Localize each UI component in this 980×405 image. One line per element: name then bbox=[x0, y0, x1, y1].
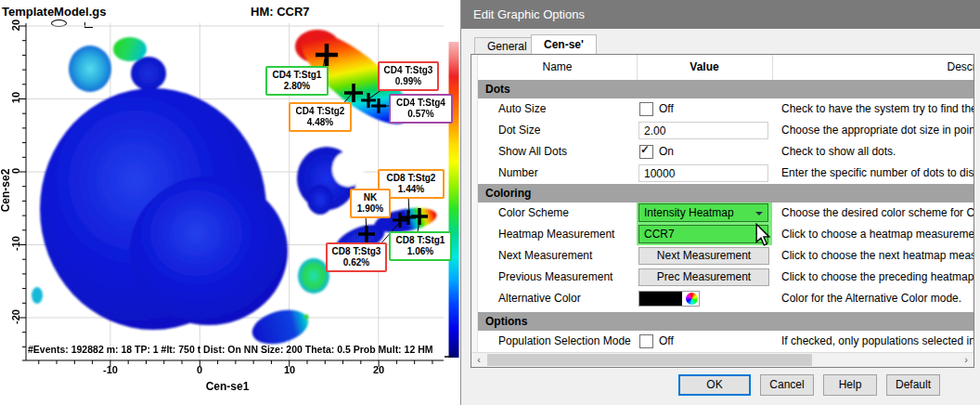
population-label-cd8-stg1[interactable]: CD8 T:Stg11.06% bbox=[389, 231, 452, 261]
section-header-dots: Dots bbox=[478, 80, 974, 98]
population-label-cd4-stg1[interactable]: CD4 T:Stg12.80% bbox=[265, 66, 329, 96]
ok-button[interactable]: OK bbox=[678, 374, 751, 396]
heatmap-colorbar bbox=[449, 42, 459, 358]
color-scheme-dropdown[interactable]: Intensity Heatmap bbox=[638, 203, 768, 222]
section-header-coloring: Coloring bbox=[478, 184, 974, 202]
tab-cense[interactable]: Cen-se' bbox=[531, 34, 597, 54]
population-label-cd4-stg4[interactable]: CD4 T:Stg40.57% bbox=[389, 94, 453, 124]
heatmap-measurement-dropdown[interactable]: CCR7 bbox=[638, 225, 768, 243]
table-row-next-measurement: Next Measurement Next Measurement Click … bbox=[478, 245, 974, 267]
table-gutter bbox=[471, 55, 478, 367]
default-button[interactable]: Default bbox=[886, 374, 940, 396]
column-header-name: Name bbox=[478, 55, 638, 80]
show-all-dots-checkbox[interactable]: ✓ bbox=[639, 145, 653, 159]
table-row-alternative-color: Alternative Color Color for the Alternat… bbox=[478, 288, 974, 312]
population-label-cd8-stg3[interactable]: CD8 T:Stg30.62% bbox=[326, 242, 387, 272]
next-measurement-button[interactable]: Next Measurement bbox=[638, 247, 769, 265]
population-label-nk[interactable]: NK1.90% bbox=[350, 189, 391, 218]
population-selection-mode-checkbox[interactable] bbox=[639, 334, 653, 348]
color-wheel-icon bbox=[686, 293, 698, 305]
prec-measurement-button[interactable]: Prec Measurement bbox=[638, 268, 769, 286]
color-swatch-black bbox=[639, 292, 682, 306]
dot-size-input[interactable] bbox=[638, 122, 768, 139]
y-axis-label: Cen-se2 bbox=[0, 161, 12, 220]
table-row-population-selection-mode: Population Selection Mode Off If checked… bbox=[478, 331, 974, 352]
cense-plot-panel[interactable]: TemplateModel.gs HM: CCR7 bbox=[0, 0, 460, 405]
y-tick-label: -10 bbox=[10, 231, 21, 255]
scroll-left-arrow-icon[interactable]: ‹ bbox=[471, 353, 486, 367]
column-header-description: Description bbox=[772, 55, 974, 80]
table-row-color-scheme: Color Scheme Intensity Heatmap Choose th… bbox=[478, 202, 974, 224]
x-tick-label: 10 bbox=[276, 364, 303, 375]
y-tick-label: 10 bbox=[10, 85, 21, 110]
section-header-options: Options bbox=[478, 312, 974, 331]
app-window: TemplateModel.gs HM: CCR7 bbox=[0, 0, 980, 405]
options-table: Name Value Description Dots Auto Size Of… bbox=[471, 54, 974, 368]
auto-size-checkbox[interactable] bbox=[639, 102, 653, 116]
alternative-color-swatch[interactable] bbox=[638, 291, 700, 307]
table-row-heatmap-measurement: Heatmap Measurement CCR7 Click to choose… bbox=[478, 224, 974, 245]
scroll-right-arrow-icon[interactable]: › bbox=[959, 353, 974, 367]
table-row-number: Number Enter the specific number of dots… bbox=[478, 163, 974, 184]
number-of-dots-input[interactable] bbox=[638, 164, 768, 182]
mouse-cursor-icon bbox=[754, 223, 771, 247]
x-tick-label: 0 bbox=[186, 364, 213, 375]
analysis-parameters-footer: #Events: 192882 m: 18 TP: 1 #It: 750 t D… bbox=[28, 344, 444, 355]
horizontal-scrollbar[interactable]: ‹ › bbox=[471, 352, 974, 367]
y-tick-label: -20 bbox=[10, 305, 21, 329]
help-button[interactable]: Help bbox=[823, 374, 877, 396]
dialog-titlebar[interactable]: Edit Graphic Options bbox=[461, 0, 980, 29]
scrollbar-thumb[interactable] bbox=[487, 354, 812, 366]
table-row-dot-size: Dot Size Choose the appropriate dot size… bbox=[478, 120, 974, 141]
population-label-cd4-stg2[interactable]: CD4 T:Stg24.48% bbox=[289, 102, 352, 132]
table-row-show-all-dots: Show All Dots ✓On Check to show all dots… bbox=[478, 141, 974, 163]
edit-graphic-options-dialog: Edit Graphic Options General Cen-se' Nam… bbox=[460, 0, 980, 405]
table-row-auto-size: Auto Size Off Check to have the system t… bbox=[478, 98, 974, 120]
y-tick-label: 20 bbox=[10, 13, 21, 37]
x-axis-label: Cen-se1 bbox=[190, 380, 264, 393]
table-header: Name Value Description bbox=[478, 55, 974, 81]
chevron-down-icon bbox=[755, 212, 763, 216]
population-label-cd4-stg3[interactable]: CD4 T:Stg30.99% bbox=[378, 61, 439, 91]
x-tick-label: 20 bbox=[365, 364, 393, 375]
x-tick-label: -10 bbox=[97, 364, 124, 375]
column-header-value: Value bbox=[637, 55, 773, 80]
table-row-previous-measurement: Previous Measurement Prec Measurement Cl… bbox=[478, 267, 974, 288]
cancel-button[interactable]: Cancel bbox=[760, 374, 814, 396]
